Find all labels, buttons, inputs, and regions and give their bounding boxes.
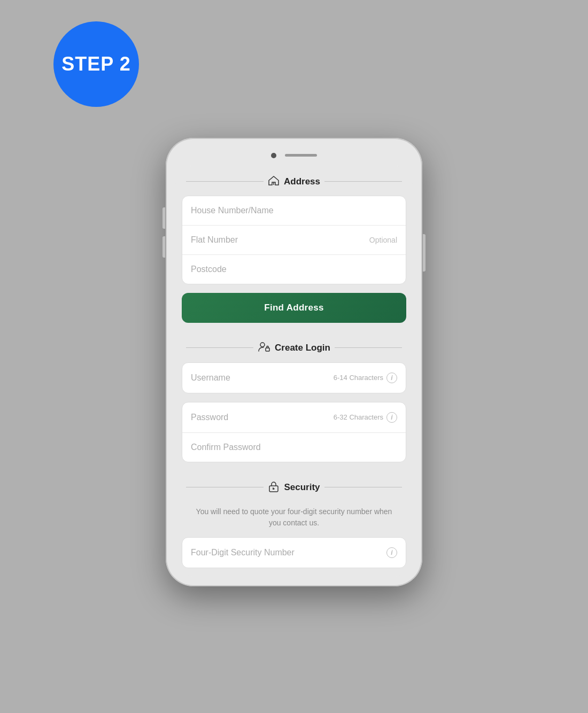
confirm-password-placeholder: Confirm Password	[191, 443, 261, 452]
address-section-title: Address	[284, 176, 320, 187]
username-placeholder: Username	[191, 373, 230, 383]
phone-screen: Address House Number/Name Flat Number Op…	[175, 166, 413, 577]
volume-up-button	[163, 207, 165, 229]
security-form-card: Four-Digit Security Number i	[182, 537, 406, 568]
volume-down-button	[163, 236, 165, 258]
security-section-header: 0 Security	[175, 471, 413, 502]
username-hint: 6-14 Characters	[334, 374, 383, 382]
password-form-card: Password 6-32 Characters i Confirm Passw…	[182, 402, 406, 462]
confirm-password-field[interactable]: Confirm Password	[182, 433, 406, 462]
svg-point-0	[260, 343, 265, 347]
screen-content: Address House Number/Name Flat Number Op…	[175, 166, 413, 568]
flat-number-placeholder: Flat Number	[191, 235, 238, 245]
phone-shell: Address House Number/Name Flat Number Op…	[166, 138, 422, 586]
step-badge-text: STEP 2	[61, 53, 130, 75]
create-login-title: Create Login	[275, 343, 330, 353]
password-placeholder: Password	[191, 413, 228, 422]
power-button	[423, 234, 425, 272]
phone-side-left	[163, 207, 165, 265]
svg-rect-1	[266, 348, 269, 351]
house-number-field[interactable]: House Number/Name	[182, 196, 406, 226]
address-form-card: House Number/Name Flat Number Optional P…	[182, 196, 406, 284]
flat-number-optional: Optional	[369, 236, 397, 244]
divider-left-login	[186, 347, 253, 348]
step-badge: STEP 2	[53, 21, 139, 107]
security-number-info-icon[interactable]: i	[386, 547, 397, 558]
phone-side-right	[423, 234, 425, 279]
security-number-field[interactable]: Four-Digit Security Number i	[182, 538, 406, 568]
front-camera	[271, 153, 276, 158]
login-header-content: Create Login	[258, 341, 330, 355]
password-field-right: 6-32 Characters i	[334, 412, 397, 423]
flat-number-field[interactable]: Flat Number Optional	[182, 226, 406, 255]
divider-left-security	[186, 487, 264, 487]
svg-text:0: 0	[273, 487, 274, 490]
postcode-placeholder: Postcode	[191, 265, 227, 274]
lock-icon: 0	[268, 480, 280, 494]
password-field[interactable]: Password 6-32 Characters i	[182, 402, 406, 433]
find-address-button[interactable]: Find Address	[182, 293, 406, 323]
divider-right	[324, 181, 402, 182]
divider-right-login	[335, 347, 402, 348]
security-number-placeholder: Four-Digit Security Number	[191, 548, 295, 557]
user-lock-icon	[258, 341, 270, 355]
security-description: You will need to quote your four-digit s…	[175, 502, 413, 537]
address-header-content: Address	[268, 175, 320, 188]
username-info-icon[interactable]: i	[386, 373, 397, 383]
password-info-icon[interactable]: i	[386, 412, 397, 423]
security-header-content: 0 Security	[268, 480, 320, 494]
username-form-card: Username 6-14 Characters i	[182, 362, 406, 393]
address-section-header: Address	[175, 166, 413, 196]
divider-left	[186, 181, 264, 182]
username-field[interactable]: Username 6-14 Characters i	[182, 363, 406, 393]
house-icon	[268, 175, 280, 188]
create-login-section-header: Create Login	[175, 331, 413, 362]
postcode-field[interactable]: Postcode	[182, 255, 406, 284]
phone-top-bar	[175, 148, 413, 166]
password-hint: 6-32 Characters	[334, 413, 383, 421]
earpiece-speaker	[285, 154, 317, 157]
security-title: Security	[284, 482, 320, 493]
house-number-placeholder: House Number/Name	[191, 206, 274, 215]
divider-right-security	[324, 487, 402, 487]
username-field-right: 6-14 Characters i	[334, 373, 397, 383]
